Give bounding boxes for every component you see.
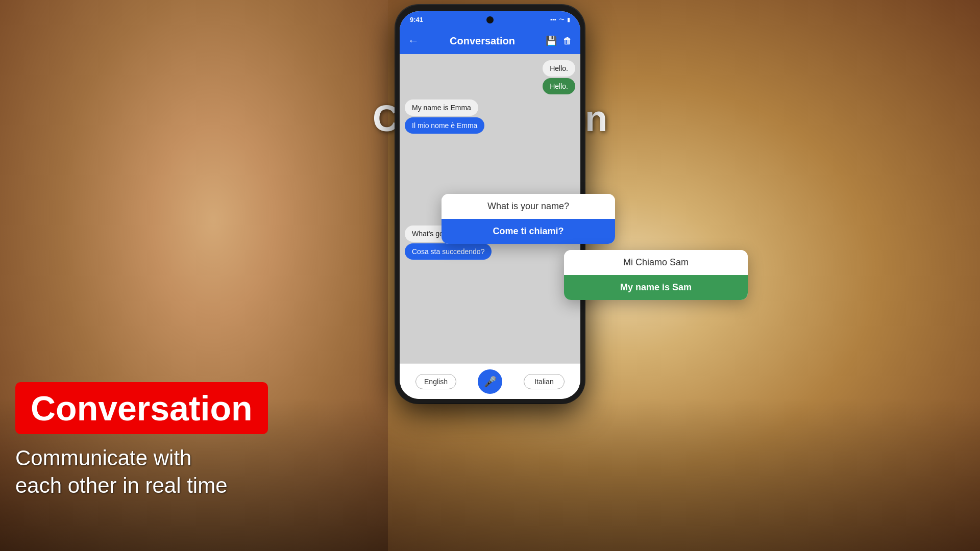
- status-time: 9:41: [410, 16, 423, 23]
- bubble-hello-trans: Hello.: [543, 78, 575, 94]
- back-button[interactable]: ←: [408, 34, 419, 47]
- battery-icon: ▮: [567, 16, 570, 23]
- english-button[interactable]: English: [415, 374, 456, 389]
- delete-icon[interactable]: 🗑: [563, 36, 572, 46]
- conversation-badge: Conversation: [15, 382, 268, 434]
- subtitle-line1: Communicate with: [15, 446, 191, 470]
- message-row-hello: Hello. Hello.: [405, 60, 575, 94]
- mic-button[interactable]: 🎤: [478, 369, 502, 394]
- float-card-1-translated: Come ti chiami?: [442, 219, 615, 244]
- float-card-2: Mi Chiamo Sam My name is Sam: [564, 250, 748, 300]
- float-card-2-translated: My name is Sam: [564, 275, 748, 300]
- bottom-bar: English 🎤 Italian: [400, 363, 580, 399]
- italian-button[interactable]: Italian: [524, 374, 565, 389]
- nav-actions: 💾 🗑: [546, 35, 572, 46]
- float-card-2-original: Mi Chiamo Sam: [564, 250, 748, 275]
- subtitle-text: Communicate with each other in real time: [15, 444, 271, 500]
- signal-icon: ▪▪▪: [550, 16, 556, 22]
- nav-bar: ← Conversation 💾 🗑: [400, 28, 580, 54]
- float-card-1: What is your name? Come ti chiami?: [442, 194, 615, 244]
- float-card-1-original: What is your name?: [442, 194, 615, 219]
- bubble-emma-orig: My name is Emma: [405, 99, 478, 116]
- camera-notch: [486, 16, 494, 23]
- bubble-hello-orig: Hello.: [543, 60, 575, 77]
- message-row-emma: My name is Emma Il mio nome è Emma: [405, 99, 575, 134]
- phone-wrapper: 9:41 ▪▪▪ 〜 ▮ ← Conversation 💾 🗑: [390, 0, 590, 551]
- left-text-area: Conversation Communicate with each other…: [15, 382, 271, 500]
- bubble-emma-trans: Il mio nome è Emma: [405, 117, 484, 134]
- nav-title: Conversation: [419, 35, 546, 47]
- wifi-icon: 〜: [559, 16, 565, 23]
- subtitle-line2: each other in real time: [15, 473, 228, 497]
- save-icon[interactable]: 💾: [546, 35, 557, 46]
- mic-icon: 🎤: [484, 375, 497, 388]
- bubble-going-trans: Cosa sta succedendo?: [405, 243, 492, 260]
- status-icons: ▪▪▪ 〜 ▮: [550, 16, 570, 23]
